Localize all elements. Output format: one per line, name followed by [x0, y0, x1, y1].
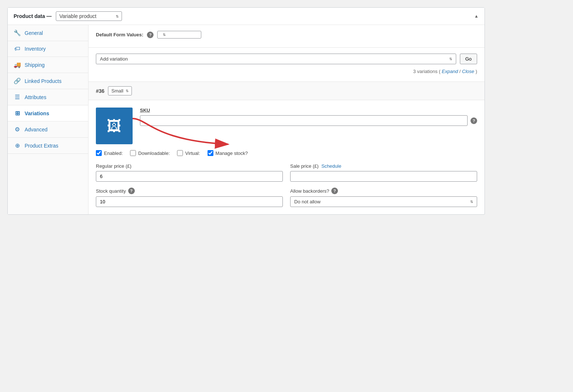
allow-backorders-field: Allow backorders? ? Do not allow ⇅ — [290, 188, 477, 207]
variation-item-header: #36 Small ⇅ — [89, 82, 484, 100]
price-row: Regular price (£) Sale price (£) Schedul… — [96, 163, 477, 182]
stock-row: Stock quantity ? Allow backorders? ? Do … — [96, 188, 477, 207]
expand-link[interactable]: Expand — [442, 69, 458, 74]
add-variation-arrows: ⇅ — [449, 57, 452, 61]
virtual-label: Virtual: — [185, 150, 200, 156]
enabled-label: Enabled: — [104, 150, 123, 156]
virtual-checkbox-item[interactable]: Virtual: — [177, 150, 200, 156]
variation-size-select[interactable]: Small ⇅ — [108, 86, 132, 95]
sidebar-item-general[interactable]: 🔧 General — [8, 25, 88, 41]
sale-price-field: Sale price (£) Schedule — [290, 163, 477, 182]
downloadable-label: Downloadable: — [138, 150, 170, 156]
list-icon: ☰ — [14, 94, 21, 101]
default-form-help-icon[interactable]: ? — [147, 32, 154, 38]
default-form-values-select[interactable]: ⇅ — [157, 31, 201, 39]
truck-icon: 🚚 — [14, 61, 21, 68]
backorders-select[interactable]: Do not allow ⇅ — [290, 196, 477, 207]
downloadable-checkbox-item[interactable]: Downloadable: — [130, 150, 170, 156]
product-type-arrows: ⇅ — [116, 14, 119, 18]
sidebar-label-variations: Variations — [25, 110, 49, 116]
sidebar-label-general: General — [25, 30, 43, 36]
sidebar-item-advanced[interactable]: ⚙ Advanced — [8, 121, 88, 138]
default-form-values-section: Default Form Values: ? ⇅ — [89, 25, 484, 48]
link-icon: 🔗 — [14, 77, 21, 84]
product-type-select[interactable]: Variable product ⇅ — [56, 11, 122, 21]
regular-price-label: Regular price (£) — [96, 163, 283, 169]
checkboxes-row: Enabled: Downloadable: Virtual: Manage s… — [96, 150, 477, 156]
product-type-label: Variable product — [59, 13, 96, 19]
sidebar-label-linked-products: Linked Products — [25, 78, 61, 84]
product-data-panel: Product data — Variable product ⇅ ▲ 🔧 Ge… — [7, 7, 485, 215]
sku-input[interactable] — [140, 115, 468, 126]
downloadable-checkbox[interactable] — [130, 150, 136, 156]
variation-sku-section: SKU ? — [140, 108, 477, 144]
sale-price-input[interactable] — [290, 171, 477, 182]
sidebar: 🔧 General 🏷 Inventory 🚚 Shipping 🔗 Linke… — [8, 25, 89, 214]
sidebar-label-attributes: Attributes — [25, 94, 46, 100]
variation-size-arrows: ⇅ — [126, 89, 129, 93]
sidebar-item-attributes[interactable]: ☰ Attributes — [8, 89, 88, 105]
sidebar-item-variations[interactable]: ⊞ Variations — [8, 105, 88, 121]
variation-size-value: Small — [111, 88, 123, 94]
sale-price-label: Sale price (£) Schedule — [290, 163, 477, 169]
variation-top: 🖼 — [96, 108, 477, 144]
variation-number: #36 — [96, 88, 104, 94]
add-variation-select[interactable]: Add variation ⇅ — [96, 54, 456, 64]
tag-icon: 🏷 — [14, 46, 21, 52]
collapse-icon[interactable]: ▲ — [474, 14, 479, 19]
sku-help-icon[interactable]: ? — [471, 117, 477, 124]
sidebar-item-linked-products[interactable]: 🔗 Linked Products — [8, 73, 88, 89]
manage-stock-checkbox-item[interactable]: Manage stock? — [208, 150, 248, 156]
add-variation-section: Add variation ⇅ Go 3 variations ( Expand… — [89, 48, 484, 82]
add-variation-option: Add variation — [100, 56, 128, 62]
variations-count: 3 variations ( Expand / Close ) — [96, 67, 477, 76]
plus-circle-icon: ⊕ — [14, 142, 21, 149]
backorders-arrows: ⇅ — [470, 200, 473, 204]
stock-quantity-help-icon[interactable]: ? — [128, 188, 135, 194]
sidebar-label-inventory: Inventory — [25, 46, 46, 52]
gear-icon: ⚙ — [14, 126, 21, 133]
enabled-checkbox[interactable] — [96, 150, 102, 156]
stock-quantity-label: Stock quantity ? — [96, 188, 283, 194]
manage-stock-checkbox[interactable] — [208, 150, 213, 156]
close-link[interactable]: Close — [462, 69, 474, 74]
image-placeholder-icon: 🖼 — [107, 118, 122, 134]
panel-title: Product data — — [14, 13, 51, 19]
sidebar-label-advanced: Advanced — [25, 127, 47, 133]
backorders-value: Do not allow — [294, 199, 321, 204]
sidebar-item-shipping[interactable]: 🚚 Shipping — [8, 57, 88, 73]
sidebar-label-shipping: Shipping — [25, 62, 45, 68]
sidebar-label-product-extras: Product Extras — [25, 143, 58, 149]
sidebar-item-inventory[interactable]: 🏷 Inventory — [8, 41, 88, 57]
add-variation-row: Add variation ⇅ Go — [96, 54, 477, 64]
go-button[interactable]: Go — [460, 54, 477, 64]
sku-label: SKU — [140, 108, 477, 113]
grid-icon: ⊞ — [14, 110, 21, 117]
backorders-help-icon[interactable]: ? — [331, 188, 338, 194]
sidebar-item-product-extras[interactable]: ⊕ Product Extras — [8, 138, 88, 154]
stock-quantity-input[interactable] — [96, 196, 283, 207]
variation-image[interactable]: 🖼 — [96, 108, 133, 144]
main-content: Default Form Values: ? ⇅ Add variation ⇅… — [89, 25, 484, 214]
default-form-values-row: Default Form Values: ? ⇅ — [96, 31, 477, 39]
virtual-checkbox[interactable] — [177, 150, 183, 156]
stock-quantity-field: Stock quantity ? — [96, 188, 283, 207]
panel-header: Product data — Variable product ⇅ ▲ — [8, 8, 484, 25]
default-form-select-arrows: ⇅ — [163, 33, 166, 37]
panel-body: 🔧 General 🏷 Inventory 🚚 Shipping 🔗 Linke… — [8, 25, 484, 214]
manage-stock-label: Manage stock? — [216, 150, 248, 156]
variation-detail: 🖼 — [89, 100, 484, 214]
regular-price-input[interactable] — [96, 171, 283, 182]
schedule-link[interactable]: Schedule — [321, 163, 341, 169]
regular-price-field: Regular price (£) — [96, 163, 283, 182]
enabled-checkbox-item[interactable]: Enabled: — [96, 150, 123, 156]
wrench-icon: 🔧 — [14, 29, 21, 36]
default-form-values-label: Default Form Values: — [96, 32, 143, 37]
allow-backorders-label: Allow backorders? ? — [290, 188, 477, 194]
